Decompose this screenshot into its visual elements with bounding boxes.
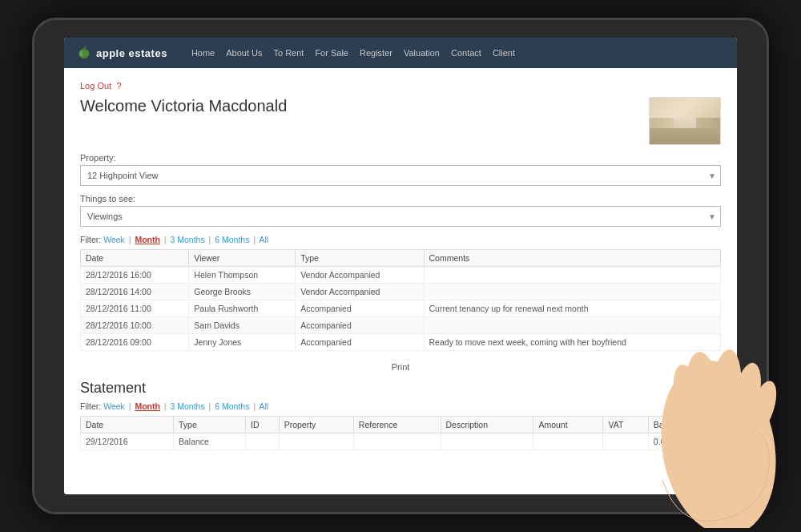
filter-3months[interactable]: 3 Months	[170, 235, 204, 244]
property-label: Property:	[80, 153, 721, 163]
stmt-col-balance: Balance	[648, 417, 720, 433]
col-type: Type	[296, 250, 424, 267]
filter-week[interactable]: Week	[103, 235, 125, 244]
cell-type: Vendor Accompanied	[296, 267, 424, 284]
cell-type: Vendor Accompanied	[296, 284, 424, 300]
nav-contact[interactable]: Contact	[451, 48, 481, 58]
stmt-filter-3months[interactable]: 3 Months	[170, 401, 204, 411]
table-row: 28/12/2016 11:00 Paula Rushworth Accompa…	[81, 300, 721, 317]
main-content: Log Out ? Welcome Victoria Macdonald Pro	[64, 68, 737, 494]
filter-label: Filter:	[80, 235, 103, 244]
logo: apple estates	[77, 46, 167, 60]
welcome-section: Welcome Victoria Macdonald	[80, 97, 721, 145]
stmt-cell-reference	[353, 433, 441, 450]
nav-links: Home About Us To Rent For Sale Register …	[191, 48, 515, 58]
stmt-cell-description	[441, 433, 533, 450]
cell-date: 28/12/2016 14:00	[81, 284, 189, 300]
col-date: Date	[81, 250, 189, 267]
table-row: 28/12/2016 09:00 Jenny Jones Accompanied…	[81, 334, 721, 351]
statement-filter-row: Filter: Week | Month | 3 Months | 6 Mont…	[80, 401, 721, 411]
stmt-filter-all[interactable]: All	[259, 401, 268, 411]
stmt-col-vat: VAT	[603, 417, 648, 433]
cell-date: 28/12/2016 10:00	[81, 317, 189, 334]
stmt-cell-type: Balance	[173, 433, 245, 450]
stmt-col-date: Date	[81, 417, 174, 433]
cell-type: Accompanied	[296, 300, 424, 317]
cell-viewer[interactable]: Sam Davids	[189, 317, 296, 334]
table-row: 28/12/2016 16:00 Helen Thompson Vendor A…	[81, 267, 721, 284]
cell-comment: Current tenancy up for renewal next mont…	[424, 300, 720, 317]
cell-viewer[interactable]: Jenny Jones	[189, 334, 296, 351]
stmt-col-property: Property	[279, 417, 353, 433]
cell-date: 28/12/2016 09:00	[81, 334, 189, 351]
stmt-cell-property	[279, 433, 353, 450]
table-row: 28/12/2016 14:00 George Brooks Vendor Ac…	[81, 284, 721, 300]
col-viewer: Viewer	[189, 250, 296, 267]
stmt-col-amount: Amount	[533, 417, 603, 433]
cell-type: Accompanied	[296, 334, 424, 351]
nav-forsale[interactable]: For Sale	[315, 48, 348, 58]
cell-type: Accompanied	[296, 317, 424, 334]
property-field-group: Property: 12 Highpoint View ▼	[80, 153, 721, 186]
print-link[interactable]: Print	[392, 362, 410, 372]
cell-comment	[424, 267, 720, 284]
stmt-cell-amount	[533, 433, 603, 450]
nav-torent[interactable]: To Rent	[273, 48, 304, 58]
cell-comment	[424, 284, 720, 300]
statement-title: Statement	[80, 380, 721, 397]
filter-month[interactable]: Month	[135, 235, 160, 244]
cell-viewer[interactable]: George Brooks	[189, 284, 296, 300]
filter-all[interactable]: All	[259, 235, 268, 244]
nav-home[interactable]: Home	[191, 48, 215, 58]
statement-table: Date Type ID Property Reference Descript…	[80, 416, 721, 450]
table-row: 28/12/2016 10:00 Sam Davids Accompanied	[81, 317, 721, 334]
nav-valuation[interactable]: Valuation	[404, 48, 440, 58]
things-select-wrapper: Viewings ▼	[80, 206, 721, 227]
cell-viewer[interactable]: Paula Rushworth	[189, 300, 296, 317]
viewings-filter-row: Filter: Week | Month | 3 Months | 6 Mont…	[80, 235, 721, 244]
svg-point-7	[743, 377, 782, 437]
filter-6months[interactable]: 6 Months	[215, 235, 249, 244]
statement-filter-label: Filter:	[80, 401, 103, 411]
property-select[interactable]: 12 Highpoint View	[80, 165, 721, 186]
stmt-cell-vat	[603, 433, 648, 450]
stmt-cell-balance: 0.00	[648, 433, 720, 450]
stmt-col-reference: Reference	[353, 417, 441, 433]
cell-viewer[interactable]: Helen Thompson	[189, 267, 296, 284]
stmt-filter-month[interactable]: Month	[135, 401, 160, 411]
stmt-filter-week[interactable]: Week	[103, 401, 125, 411]
logout-icon: ?	[117, 81, 122, 91]
nav-register[interactable]: Register	[360, 48, 392, 58]
logout-link[interactable]: Log Out	[80, 81, 111, 91]
cell-comment	[424, 317, 720, 334]
apple-icon	[77, 46, 91, 60]
cell-date: 28/12/2016 16:00	[81, 267, 189, 284]
logo-text: apple estates	[96, 47, 167, 59]
cell-comment: Ready to move next week, coming with her…	[424, 334, 720, 351]
stmt-col-description: Description	[441, 417, 533, 433]
stmt-filter-6months[interactable]: 6 Months	[215, 401, 249, 411]
things-select[interactable]: Viewings	[80, 206, 721, 227]
tablet-screen: apple estates Home About Us To Rent For …	[64, 38, 737, 494]
nav-about[interactable]: About Us	[226, 48, 262, 58]
things-field-group: Things to see: Viewings ▼	[80, 194, 721, 227]
logout-row: Log Out ?	[80, 78, 721, 92]
viewings-table: Date Viewer Type Comments 28/12/2016 16:…	[80, 249, 721, 351]
print-row: Print	[80, 357, 721, 377]
nav-client[interactable]: Client	[493, 48, 515, 58]
things-label: Things to see:	[80, 194, 721, 204]
welcome-title: Welcome Victoria Macdonald	[80, 97, 287, 115]
col-comments: Comments	[424, 250, 720, 267]
stmt-cell-date: 29/12/2016	[81, 433, 174, 450]
tablet-device: apple estates Home About Us To Rent For …	[32, 18, 769, 514]
navigation-bar: apple estates Home About Us To Rent For …	[64, 38, 737, 68]
property-select-wrapper: 12 Highpoint View ▼	[80, 165, 721, 186]
stmt-col-id: ID	[246, 417, 280, 433]
cell-date: 28/12/2016 11:00	[81, 300, 189, 317]
property-photo	[649, 97, 721, 145]
stmt-cell-id	[246, 433, 280, 450]
table-row: 29/12/2016 Balance 0.00	[81, 433, 721, 450]
stmt-col-type: Type	[173, 417, 245, 433]
